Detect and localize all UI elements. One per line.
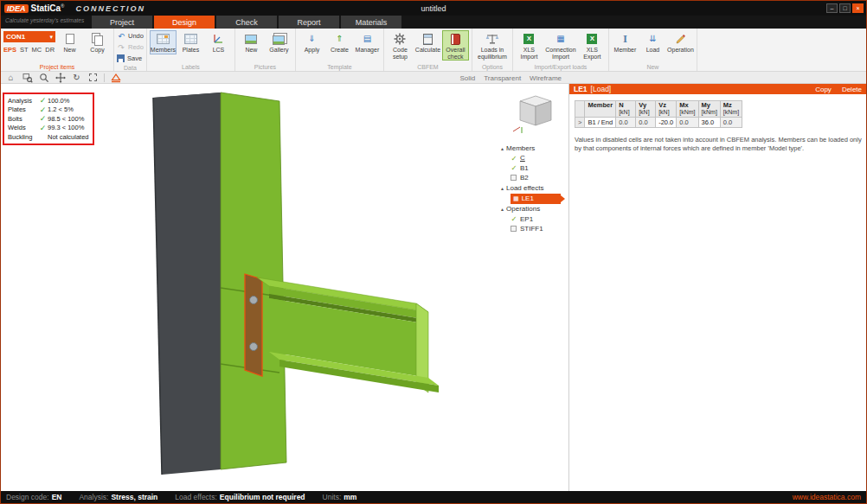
picture-new-button[interactable]: New: [238, 30, 265, 54]
labels-lcs-button[interactable]: LCS: [205, 30, 232, 54]
new-load-label: Load: [646, 47, 660, 54]
collapse-icon: ▴: [501, 206, 504, 212]
cell-vz[interactable]: -20.0: [656, 117, 677, 127]
tab-project[interactable]: Project: [92, 16, 152, 29]
delete-load-button[interactable]: Delete: [842, 86, 862, 93]
result-value: 100.0%: [48, 97, 69, 105]
ribbon-group-pictures: New Gallery Pictures: [235, 29, 296, 71]
tab-check[interactable]: Check: [216, 16, 277, 29]
home-icon[interactable]: ⌂: [5, 72, 16, 83]
undo-button[interactable]: ↶Undo: [117, 30, 144, 41]
calculate-button[interactable]: Calculate: [414, 30, 441, 54]
col-mx: Mx[kNm]: [677, 101, 698, 118]
end-plate-operation[interactable]: [245, 274, 262, 376]
status-units: Units: mm: [323, 493, 375, 501]
code-setup-button[interactable]: Code setup: [387, 30, 414, 61]
view-mode-wireframe[interactable]: Wireframe: [530, 74, 562, 82]
result-value: 99.3 < 100%: [48, 124, 84, 131]
col-n: N[kN]: [616, 101, 636, 118]
connection-selector[interactable]: CON1 ▾: [3, 31, 55, 42]
zoom-window-icon[interactable]: [22, 72, 33, 83]
tab-report[interactable]: Report: [279, 16, 339, 29]
save-button[interactable]: Save: [117, 53, 142, 64]
tree-item-label: C: [520, 154, 525, 162]
unchecked-checkbox[interactable]: [511, 175, 517, 181]
cell-my[interactable]: 36.0: [698, 117, 720, 127]
viewport-toolbar: ⌂ ↻ Solid Transparent Wireframe: [1, 72, 866, 84]
maximize-button[interactable]: □: [839, 3, 851, 13]
labels-members-label: Members: [151, 47, 176, 54]
result-row-welds: Welds ✓ 99.3 < 100%: [8, 124, 89, 133]
check-icon[interactable]: ✓: [511, 163, 517, 172]
status-value: mm: [344, 493, 356, 501]
loads-in-equilibrium-button[interactable]: Loads in equilibrium: [475, 30, 510, 61]
template-create-button[interactable]: ⇑ Create: [326, 30, 353, 54]
gear-icon: [394, 32, 406, 46]
template-apply-button[interactable]: ⇓ Apply: [299, 30, 325, 54]
members-labels-icon: [157, 32, 170, 46]
result-row-analysis: Analysis ✓ 100.0%: [8, 96, 89, 105]
mode-eps-button[interactable]: EPS: [3, 46, 16, 54]
tree-item-ep1[interactable]: ✓ EP1: [511, 214, 567, 225]
tree-section-load-effects[interactable]: ▴ Load effects: [501, 183, 567, 194]
xls-import-button[interactable]: X XLS Import: [516, 30, 543, 61]
minimize-button[interactable]: –: [826, 3, 838, 13]
group-label-template: Template: [299, 63, 381, 71]
mode-mc-button[interactable]: MC: [32, 46, 42, 54]
rotate-icon[interactable]: ↻: [71, 72, 82, 83]
check-book-icon: [451, 32, 460, 46]
ribbon: CON1 ▾ EPS ST MC DR New Copy: [1, 29, 866, 72]
fit-icon[interactable]: [87, 72, 99, 83]
view-mode-transparent[interactable]: Transparent: [484, 74, 521, 82]
labels-members-button[interactable]: Members: [150, 30, 177, 54]
website-link[interactable]: www.ideastatica.com: [793, 493, 861, 501]
row-expander[interactable]: >: [575, 117, 585, 127]
xls-export-button[interactable]: X XLS Export: [579, 30, 606, 61]
cell-mx: 0.0: [677, 117, 698, 127]
model-3d-scene[interactable]: [1, 84, 568, 491]
new-load-button[interactable]: ⇊ Load: [639, 30, 666, 54]
new-page-icon: [66, 32, 74, 46]
unchecked-checkbox[interactable]: [511, 226, 517, 232]
redo-icon: ↷: [117, 43, 125, 52]
zoom-icon[interactable]: [38, 72, 49, 83]
tree-item-c[interactable]: ✓ C: [511, 153, 567, 163]
tab-materials[interactable]: Materials: [341, 16, 401, 29]
mode-st-button[interactable]: ST: [20, 46, 29, 54]
section-icon[interactable]: [110, 72, 121, 83]
tree-item-stiff1[interactable]: STIFF1: [511, 224, 567, 234]
check-icon[interactable]: ✓: [511, 214, 517, 223]
connection-import-button[interactable]: ▦ Connection Import: [543, 30, 578, 61]
template-apply-label: Apply: [305, 47, 320, 54]
view-cube[interactable]: [513, 96, 551, 133]
xls-import-label: XLS Import: [517, 47, 542, 60]
expander-header: [575, 101, 585, 118]
check-icon: ✓: [38, 124, 48, 132]
tree-section-members[interactable]: ▴ Members: [501, 143, 567, 153]
tree-item-b2[interactable]: B2: [511, 173, 567, 183]
pan-icon[interactable]: [55, 72, 66, 83]
col-vy: Vy[kN]: [636, 101, 656, 118]
load-actions: Copy Delete: [815, 86, 862, 93]
tree-item-b1[interactable]: ✓ B1: [511, 163, 567, 174]
picture-gallery-button[interactable]: Gallery: [266, 30, 292, 54]
template-manager-button[interactable]: ▤ Manager: [354, 30, 381, 54]
new-project-item-button[interactable]: New: [56, 30, 83, 54]
redo-button[interactable]: ↷Redo: [117, 41, 144, 53]
mode-dr-button[interactable]: DR: [45, 46, 55, 54]
copy-load-button[interactable]: Copy: [815, 86, 832, 93]
check-icon[interactable]: ✓: [511, 154, 517, 163]
new-operation-button[interactable]: Operation: [667, 30, 694, 54]
tree-item-le1[interactable]: ▦ LE1: [511, 194, 561, 204]
overall-check-button[interactable]: Overall check: [442, 30, 469, 61]
tree-section-operations[interactable]: ▴ Operations: [501, 204, 567, 214]
group-label-import-export: Import/Export loads: [516, 63, 606, 71]
close-button[interactable]: ×: [852, 3, 864, 13]
labels-plates-button[interactable]: Plates: [177, 30, 204, 54]
copy-project-item-button[interactable]: Copy: [84, 30, 111, 54]
viewport-3d[interactable]: Analysis ✓ 100.0% Plates ✓ 1.2 < 5% Bolt…: [1, 84, 568, 491]
new-member-button[interactable]: I Member: [612, 30, 639, 54]
view-mode-solid[interactable]: Solid: [459, 74, 475, 82]
lcs-axes-icon: [213, 32, 224, 46]
tab-design[interactable]: Design: [154, 16, 215, 29]
